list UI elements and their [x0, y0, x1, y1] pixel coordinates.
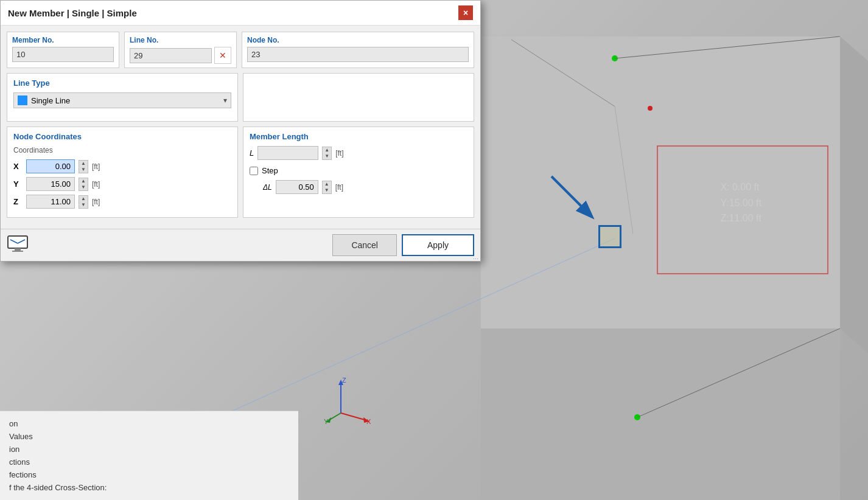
- sidebar-item-fections: fections: [9, 468, 289, 481]
- svg-text:Z: Z: [342, 377, 346, 384]
- clear-icon: ✕: [219, 50, 226, 60]
- member-no-group: Member No.: [7, 32, 119, 68]
- delta-spinner-up[interactable]: ▲: [323, 181, 331, 187]
- x-spinner-up[interactable]: ▲: [79, 161, 88, 167]
- monitor-icon: [7, 235, 29, 256]
- length-l-row: L ▲ ▼ [ft]: [250, 146, 467, 160]
- y-unit: [ft]: [92, 180, 100, 189]
- dialog-titlebar: New Member | Single | Simple ×: [1, 1, 480, 26]
- top-fields-row: Member No. Line No. ✕ Node No.: [7, 32, 474, 68]
- sidebar-item-values: Values: [9, 430, 289, 443]
- line-type-preview: [243, 73, 474, 122]
- sidebar-item-on: on: [9, 417, 289, 430]
- dialog-content: Member No. Line No. ✕ Node No.: [1, 26, 480, 229]
- node-highlight-box: [598, 225, 621, 248]
- line-no-clear-button[interactable]: ✕: [214, 47, 231, 64]
- x-spinner[interactable]: ▲ ▼: [79, 160, 88, 173]
- sidebar-partial: on Values ion ctions fections f the 4-si…: [0, 411, 298, 500]
- z-spinner-up[interactable]: ▲: [79, 196, 88, 202]
- coords-length-row: Node Coordinates Coordinates X ▲ ▼ [ft] …: [7, 127, 474, 218]
- node-no-label: Node No.: [247, 36, 469, 44]
- dialog-title: New Member | Single | Simple: [8, 8, 137, 18]
- x-label: X: [13, 162, 23, 171]
- step-checkbox[interactable]: [250, 167, 258, 175]
- y-label: Y: [13, 179, 23, 189]
- l-spinner-up[interactable]: ▲: [323, 147, 331, 153]
- footer-buttons: Cancel Apply: [332, 234, 474, 256]
- y-coord-row: Y ▲ ▼ [ft]: [13, 177, 231, 191]
- line-no-field-row: ✕: [130, 47, 231, 64]
- coord-display: X: 0.00 ft Y:15.00 ft Z:11.00 ft: [720, 179, 761, 226]
- axis-indicator: Z Y X: [323, 377, 371, 427]
- svg-text:X: X: [366, 418, 371, 425]
- delta-label: ΔL: [263, 183, 272, 192]
- apply-button[interactable]: Apply: [402, 234, 474, 256]
- node-coordinates-group: Node Coordinates Coordinates X ▲ ▼ [ft] …: [7, 127, 238, 218]
- step-row: Step: [250, 166, 467, 175]
- svg-marker-0: [481, 36, 840, 328]
- node-no-group: Node No.: [242, 32, 474, 68]
- line-type-dropdown-arrow: ▾: [223, 96, 227, 105]
- y-coord-input[interactable]: [26, 177, 75, 191]
- z-spinner-down[interactable]: ▼: [79, 202, 88, 208]
- node-coordinates-title: Node Coordinates: [13, 132, 231, 141]
- delta-spinner[interactable]: ▲ ▼: [322, 181, 332, 194]
- resize-handle[interactable]: ⋯: [473, 254, 480, 261]
- y-spinner[interactable]: ▲ ▼: [79, 178, 88, 191]
- svg-line-20: [341, 413, 366, 420]
- line-type-group: Line Type Single Line ▾: [7, 73, 238, 122]
- line-type-color-square: [18, 95, 27, 105]
- svg-text:Y: Y: [324, 418, 329, 425]
- line-type-select[interactable]: Single Line ▾: [13, 92, 231, 108]
- z-spinner[interactable]: ▲ ▼: [79, 195, 88, 209]
- resize-dots-icon: ⋯: [473, 256, 478, 262]
- member-no-input[interactable]: [12, 47, 114, 62]
- sidebar-item-cross: f the 4-sided Cross-Section:: [9, 481, 289, 494]
- sidebar-item-ctions: ctions: [9, 456, 289, 468]
- line-no-label: Line No.: [130, 36, 231, 44]
- svg-marker-1: [840, 36, 868, 353]
- line-no-group: Line No. ✕: [124, 32, 237, 68]
- z-coord-input[interactable]: [26, 195, 75, 209]
- l-label: L: [250, 148, 254, 158]
- member-length-title: Member Length: [250, 132, 467, 141]
- y-spinner-down[interactable]: ▼: [79, 184, 88, 190]
- dialog-footer: Cancel Apply: [1, 229, 480, 261]
- l-spinner[interactable]: ▲ ▼: [322, 147, 332, 160]
- svg-rect-25: [12, 251, 23, 252]
- x-unit: [ft]: [92, 162, 100, 171]
- x-coord-row: X ▲ ▼ [ft]: [13, 159, 231, 173]
- delta-row: ΔL ▲ ▼ [ft]: [250, 180, 467, 194]
- svg-line-13: [551, 176, 591, 216]
- delta-input[interactable]: [276, 180, 318, 194]
- coordinates-sublabel: Coordinates: [13, 146, 231, 155]
- delta-spinner-down[interactable]: ▼: [323, 187, 331, 193]
- x-spinner-down[interactable]: ▼: [79, 167, 88, 173]
- svg-rect-24: [15, 248, 21, 251]
- line-type-value: Single Line: [31, 96, 223, 105]
- svg-rect-23: [8, 236, 27, 248]
- svg-marker-2: [481, 328, 840, 500]
- line-type-row: Line Type Single Line ▾: [7, 73, 474, 122]
- line-type-label: Line Type: [13, 78, 231, 88]
- cancel-button[interactable]: Cancel: [332, 234, 397, 256]
- l-input[interactable]: [257, 146, 318, 160]
- delta-unit: [ft]: [335, 183, 343, 192]
- member-no-label: Member No.: [12, 36, 114, 44]
- member-length-group: Member Length L ▲ ▼ [ft] Step: [243, 127, 474, 218]
- y-spinner-up[interactable]: ▲: [79, 178, 88, 184]
- step-label: Step: [262, 166, 278, 175]
- svg-point-8: [648, 106, 653, 111]
- z-coord-row: Z ▲ ▼ [ft]: [13, 195, 231, 209]
- x-coord-input[interactable]: [26, 159, 75, 173]
- z-unit: [ft]: [92, 198, 100, 206]
- blue-arrow: [545, 170, 606, 233]
- line-no-input[interactable]: [130, 48, 212, 63]
- l-spinner-down[interactable]: ▼: [323, 153, 331, 159]
- dialog-close-button[interactable]: ×: [458, 5, 473, 20]
- node-no-input[interactable]: [247, 47, 469, 62]
- l-unit: [ft]: [335, 149, 343, 158]
- sidebar-item-ion: ion: [9, 443, 289, 456]
- z-label: Z: [13, 197, 23, 206]
- new-member-dialog: New Member | Single | Simple × Member No…: [0, 0, 481, 262]
